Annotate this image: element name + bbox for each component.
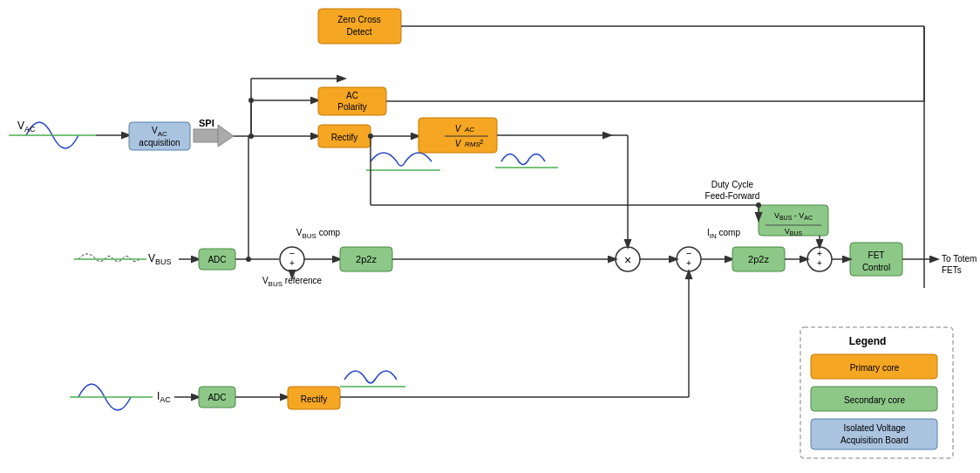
vbus-label: VBUS [148, 252, 172, 266]
adder-plus: + [686, 258, 691, 268]
zero-cross-detect-label2: Detect [347, 27, 372, 37]
vac-vrms2-label1b: AC [464, 126, 474, 134]
legend-secondary-core-label: Secondary core [844, 395, 905, 405]
fet-control-label2: Control [862, 263, 890, 272]
adc1-label: ADC [208, 255, 226, 264]
adder2-minus: + [817, 248, 822, 258]
subtractor-plus: + [289, 258, 295, 268]
multiplier-x: × [624, 253, 631, 267]
fet-control-label1: FET [868, 250, 885, 260]
spi-arrow [194, 129, 218, 142]
iac-label: IAC [157, 390, 171, 404]
ac-polarity-label2: Polarity [337, 102, 366, 112]
duty-cycle-ff-label2: Feed-Forward [705, 191, 760, 201]
svg-marker-2 [218, 125, 234, 147]
legend-title: Legend [849, 335, 887, 347]
adc2-label: ADC [208, 393, 226, 402]
adder2-plus: + [817, 258, 822, 268]
zero-cross-detect-label1: Zero Cross [337, 15, 380, 24]
spi-label: SPI [199, 118, 214, 128]
legend-primary-core-label: Primary core [850, 363, 900, 373]
rectify2-waveform [344, 371, 397, 383]
svg-point-43 [756, 202, 761, 208]
totem-pole-label2: FETs [942, 265, 962, 275]
block-diagram-svg: VAC VAC acquisition SPI Zero Cross Detec… [0, 0, 980, 473]
zero-cross-detect-box [318, 9, 401, 44]
rectify1-waveform [371, 153, 432, 166]
legend-ivab-label2: Acquisition Board [840, 435, 909, 445]
vbus-2p2z-label: 2p2z [356, 254, 377, 264]
ac-polarity-label1: AC [346, 91, 358, 100]
legend-ivab-label1: Isolated Voltage [843, 423, 906, 433]
vac-vrms2-label2c: 2 [480, 138, 484, 146]
rectify1-label: Rectify [331, 133, 358, 142]
vbus-waveform [78, 254, 140, 262]
vac-label: VAC [17, 120, 36, 134]
diagram: VAC VAC acquisition SPI Zero Cross Detec… [0, 0, 980, 473]
totem-pole-label: To Totem Pole [942, 254, 980, 264]
iin-comp-label: IIN comp [707, 228, 740, 240]
subtractor-minus: − [289, 248, 295, 258]
iin-2p2z-label: 2p2z [748, 254, 769, 264]
rectify2-label: Rectify [301, 394, 328, 404]
vbus-ref-label: VBUS reference [262, 276, 323, 288]
vrms2-waveform [501, 154, 545, 165]
vbus-comp-label: VBUS comp [296, 228, 341, 240]
duty-cycle-ff-label1: Duty Cycle [711, 180, 754, 189]
adder-minus: − [686, 248, 691, 258]
vac-vrms2-label2b: RMS [465, 141, 480, 148]
vac-acquisition-label2: acquisition [139, 138, 180, 147]
